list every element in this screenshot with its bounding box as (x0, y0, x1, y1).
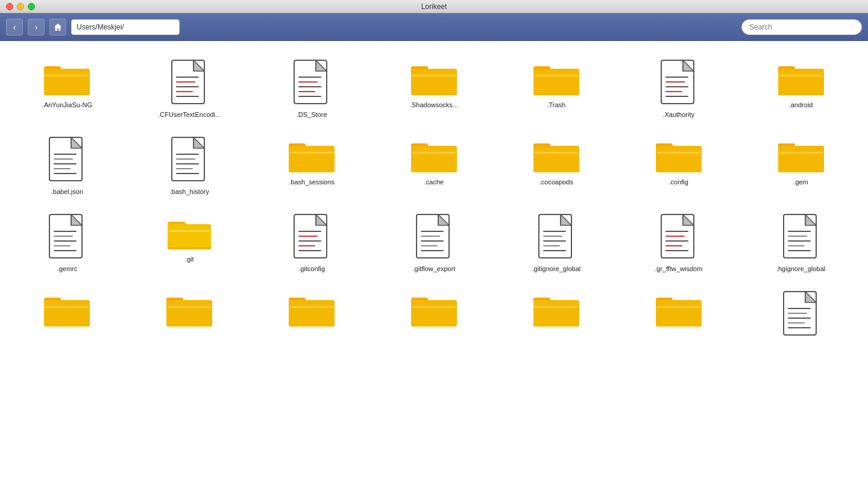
folder-icon (410, 59, 458, 98)
svg-rect-97 (169, 230, 210, 232)
list-item[interactable]: .gem (740, 130, 862, 201)
svg-rect-152 (290, 306, 333, 308)
list-item[interactable]: .hgignore_global (740, 207, 862, 278)
maximize-button[interactable] (28, 3, 35, 10)
file-name: .gemrc (57, 265, 78, 272)
content-area: .AnYunJiaSu-NG .CFUserTextEncodi... (0, 41, 868, 485)
folder-icon (288, 290, 336, 329)
svg-rect-3 (44, 69, 90, 95)
svg-rect-69 (412, 152, 456, 154)
file-name: .bash_history (170, 188, 209, 195)
svg-rect-43 (779, 75, 823, 77)
svg-rect-162 (535, 306, 578, 308)
svg-rect-68 (411, 146, 457, 172)
list-item[interactable] (6, 284, 128, 348)
list-item[interactable]: .DS_Store (251, 53, 373, 124)
list-item[interactable]: .bash_sessions (251, 130, 373, 201)
file-name: .android (789, 101, 813, 108)
breadcrumb-input[interactable] (71, 19, 180, 35)
svg-rect-142 (45, 306, 89, 308)
file-icon (780, 290, 822, 339)
list-item[interactable]: .Xauthority (617, 53, 740, 124)
window-controls (6, 3, 35, 10)
file-name: .gr_fftw_wisdom (655, 265, 702, 272)
list-item[interactable]: .CFUserTextEncodi... (128, 53, 251, 124)
file-name: .hgignore_global (776, 265, 825, 272)
folder-icon (43, 59, 91, 98)
file-icon (291, 59, 333, 107)
svg-rect-83 (778, 146, 824, 172)
home-button[interactable] (49, 19, 66, 36)
folder-icon (777, 136, 825, 175)
list-item[interactable] (251, 284, 373, 348)
file-icon (535, 213, 577, 261)
close-button[interactable] (6, 3, 13, 10)
folder-icon (165, 213, 213, 252)
list-item[interactable] (740, 284, 862, 348)
file-name: .bash_sessions (289, 178, 335, 186)
svg-rect-84 (779, 152, 823, 154)
svg-rect-64 (290, 152, 333, 154)
file-icon (658, 213, 700, 261)
file-name: .cocoapods (539, 178, 573, 186)
list-item[interactable]: .cocoapods (495, 130, 617, 201)
list-item[interactable]: .gitflow_export (373, 207, 495, 278)
list-item[interactable]: .gitignore_global (495, 207, 617, 278)
folder-icon (288, 136, 336, 175)
svg-rect-161 (533, 300, 579, 327)
svg-rect-156 (411, 300, 457, 327)
svg-rect-157 (412, 306, 456, 308)
svg-rect-96 (168, 224, 211, 247)
file-name: .Xauthority (662, 111, 694, 118)
list-item[interactable] (128, 284, 251, 348)
svg-rect-79 (657, 152, 700, 154)
svg-rect-73 (533, 146, 579, 172)
list-item[interactable]: .cache (373, 130, 495, 201)
file-name: .Trash (547, 101, 565, 108)
folder-icon (410, 290, 458, 329)
list-item[interactable]: .Shadowsocks... (373, 53, 495, 124)
svg-rect-4 (45, 75, 89, 77)
file-icon (413, 213, 455, 261)
file-name: .git (185, 255, 194, 263)
search-input[interactable] (741, 19, 862, 35)
list-item[interactable]: .config (617, 130, 740, 201)
file-name: .gem (793, 178, 808, 186)
list-item[interactable]: .babel.json (6, 130, 128, 201)
file-icon (46, 136, 88, 184)
file-name: .cache (424, 178, 444, 186)
list-item[interactable]: .Trash (495, 53, 617, 124)
window-title: Lorikeet (421, 2, 447, 11)
list-item[interactable] (373, 284, 495, 348)
folder-icon (532, 59, 580, 98)
list-item[interactable]: .android (740, 53, 862, 124)
list-item[interactable]: .AnYunJiaSu-NG (6, 53, 128, 124)
svg-rect-74 (535, 152, 578, 154)
file-icon (658, 59, 700, 107)
list-item[interactable] (495, 284, 617, 348)
file-name: .babel.json (51, 188, 83, 195)
folder-icon (655, 136, 703, 175)
svg-rect-167 (657, 306, 700, 308)
file-icon (168, 136, 210, 184)
svg-rect-24 (411, 69, 457, 95)
list-item[interactable]: .git (128, 207, 251, 278)
forward-button[interactable]: › (28, 19, 45, 36)
file-name: .gitflow_export (413, 265, 456, 272)
minimize-button[interactable] (17, 3, 24, 10)
svg-rect-42 (778, 69, 824, 95)
title-bar: Lorikeet (0, 0, 868, 13)
svg-rect-63 (289, 146, 335, 172)
list-item[interactable]: .gr_fftw_wisdom (617, 207, 740, 278)
folder-icon (43, 290, 91, 329)
file-name: .gitignore_global (532, 265, 580, 272)
folder-icon (532, 136, 580, 175)
list-item[interactable]: .gitconfig (251, 207, 373, 278)
file-icon (780, 213, 822, 261)
file-name: .config (669, 178, 688, 186)
back-button[interactable]: ‹ (6, 19, 23, 36)
svg-rect-141 (44, 300, 90, 327)
list-item[interactable]: .bash_history (128, 130, 251, 201)
list-item[interactable]: .gemrc (6, 207, 128, 278)
list-item[interactable] (617, 284, 740, 348)
